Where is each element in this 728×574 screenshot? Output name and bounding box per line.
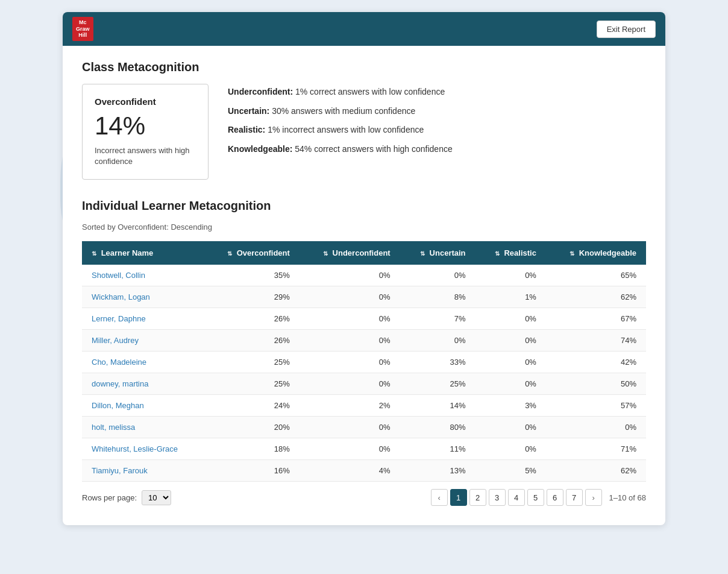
underconfident-cell: 0% [300,352,400,373]
pagination-row: Rows per page: 10 25 50 ‹ 1 2 3 4 5 [82,482,646,506]
knowledgeable-cell: 50% [546,373,646,395]
col-realistic-label: Realistic [504,248,536,257]
knowledgeable-cell: 71% [546,438,646,460]
learner-name-link[interactable]: Whitehurst, Leslie-Grace [92,444,178,453]
overconfident-description: Incorrect answers with high confidence [95,145,196,167]
underconfident-cell: 4% [300,460,400,482]
content-area: Class Metacognition Overconfident 14% In… [63,46,665,525]
overconfident-cell: 26% [204,330,300,352]
learner-name-link[interactable]: Lerner, Daphne [92,314,146,323]
table-row: downey, martina 25% 0% 25% 0% 50% [82,373,646,395]
table-row: Cho, Madeleine 25% 0% 33% 0% 42% [82,352,646,373]
learner-name-link[interactable]: Miller, Audrey [92,336,139,345]
learner-name-cell[interactable]: Miller, Audrey [82,330,204,352]
stat-realistic-bold: Realistic: [228,125,265,134]
underconfident-cell: 2% [300,395,400,417]
learner-name-link[interactable]: downey, martina [92,379,148,388]
learner-name-link[interactable]: Wickham, Logan [92,292,150,301]
page-button-5[interactable]: 5 [527,489,544,506]
page-range-label: 1–10 of 68 [609,493,646,502]
class-metacognition-title: Class Metacognition [82,60,646,74]
learner-name-cell[interactable]: Wickham, Logan [82,286,204,308]
knowledgeable-cell: 57% [546,395,646,417]
learner-name-link[interactable]: Tiamiyu, Farouk [92,466,148,475]
stats-list: Underconfident: 1% correct answers with … [228,84,453,155]
col-learner-name[interactable]: ⇅ Learner Name [82,241,204,265]
learner-name-cell[interactable]: Whitehurst, Leslie-Grace [82,438,204,460]
logo-line1: Mc [79,19,87,25]
learner-name-link[interactable]: Cho, Madeleine [92,358,146,367]
learner-name-cell[interactable]: downey, martina [82,373,204,395]
knowledgeable-cell: 62% [546,460,646,482]
overconfident-cell: 26% [204,308,300,330]
sort-icon-overconfident: ⇅ [227,250,232,257]
underconfident-cell: 0% [300,438,400,460]
uncertain-cell: 11% [400,438,475,460]
overconfident-cell: 35% [204,265,300,286]
col-learner-name-label: Learner Name [101,248,154,257]
realistic-cell: 0% [475,308,546,330]
sort-icon-underconfident: ⇅ [323,250,328,257]
underconfident-cell: 0% [300,330,400,352]
exit-report-button[interactable]: Exit Report [597,20,656,38]
uncertain-cell: 13% [400,460,475,482]
sort-label: Sorted by Overconfident: Descending [82,222,646,232]
page-button-7[interactable]: 7 [566,489,583,506]
learner-name-cell[interactable]: Shotwell, Collin [82,265,204,286]
page-controls: ‹ 1 2 3 4 5 6 7 › [431,489,602,506]
learner-name-link[interactable]: Dillon, Meghan [92,401,144,410]
overconfident-cell: 29% [204,286,300,308]
realistic-cell: 0% [475,330,546,352]
col-overconfident-label: Overconfident [237,248,290,257]
individual-learner-section: Individual Learner Metacognition Sorted … [82,199,646,506]
overconfident-label: Overconfident [95,96,196,107]
underconfident-cell: 0% [300,308,400,330]
knowledgeable-cell: 65% [546,265,646,286]
prev-page-button[interactable]: ‹ [431,489,448,506]
realistic-cell: 3% [475,395,546,417]
overconfident-cell: 16% [204,460,300,482]
uncertain-cell: 25% [400,373,475,395]
table-body: Shotwell, Collin 35% 0% 0% 0% 65% Wickha… [82,265,646,482]
stat-underconfident-text: 1% correct answers with low confidence [295,87,445,96]
header: Mc Graw Hill Exit Report [63,12,665,46]
learner-name-cell[interactable]: holt, melissa [82,417,204,438]
logo-line2: Graw [76,26,90,32]
col-knowledgeable[interactable]: ⇅ Knowledgeable [546,241,646,265]
learner-name-cell[interactable]: Tiamiyu, Farouk [82,460,204,482]
stat-underconfident-bold: Underconfident: [228,87,293,96]
col-underconfident[interactable]: ⇅ Underconfident [300,241,400,265]
overconfident-card: Overconfident 14% Incorrect answers with… [82,84,209,180]
page-button-3[interactable]: 3 [489,489,506,506]
uncertain-cell: 0% [400,265,475,286]
stat-underconfident: Underconfident: 1% correct answers with … [228,86,453,98]
page-button-6[interactable]: 6 [547,489,563,506]
learner-name-cell[interactable]: Lerner, Daphne [82,308,204,330]
col-uncertain[interactable]: ⇅ Uncertain [400,241,475,265]
page-button-1[interactable]: 1 [450,489,467,506]
page-button-2[interactable]: 2 [469,489,486,506]
rows-per-page-select[interactable]: 10 25 50 [142,490,171,505]
col-realistic[interactable]: ⇅ Realistic [475,241,546,265]
rows-per-page-label: Rows per page: [82,493,137,502]
overconfident-cell: 25% [204,373,300,395]
learner-name-link[interactable]: holt, melissa [92,423,135,432]
uncertain-cell: 0% [400,330,475,352]
next-page-button[interactable]: › [585,489,602,506]
individual-learner-title: Individual Learner Metacognition [82,199,646,213]
overconfident-cell: 24% [204,395,300,417]
col-overconfident[interactable]: ⇅ Overconfident [204,241,300,265]
overconfident-percent: 14% [95,112,196,140]
learner-name-cell[interactable]: Cho, Madeleine [82,352,204,373]
stat-realistic-text: 1% incorrect answers with low confidence [268,125,424,134]
realistic-cell: 1% [475,286,546,308]
page-button-4[interactable]: 4 [508,489,525,506]
uncertain-cell: 80% [400,417,475,438]
stat-knowledgeable-bold: Knowledgeable: [228,144,292,154]
logo: Mc Graw Hill [72,17,93,41]
col-knowledgeable-label: Knowledgeable [579,248,636,257]
overconfident-cell: 25% [204,352,300,373]
learner-name-cell[interactable]: Dillon, Meghan [82,395,204,417]
learner-name-link[interactable]: Shotwell, Collin [92,271,145,280]
overconfident-cell: 18% [204,438,300,460]
